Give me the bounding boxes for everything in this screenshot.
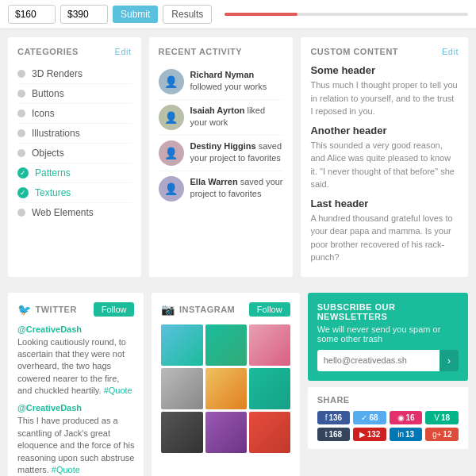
category-item[interactable]: Objects bbox=[17, 144, 132, 163]
share-title: SHARE bbox=[317, 395, 459, 405]
cat-dot bbox=[17, 209, 25, 217]
activity-header: RECENT ACTIVITY bbox=[159, 47, 284, 56]
activity-name: Destiny Higgins bbox=[190, 141, 256, 151]
quote-link[interactable]: #Quote bbox=[52, 465, 80, 474]
price-max-input[interactable]: $390 bbox=[60, 5, 108, 24]
twitter-title-group: 🐦 TWITTER bbox=[17, 303, 77, 316]
instagram-cell[interactable] bbox=[249, 412, 290, 453]
cat-check-icon: ✓ bbox=[17, 167, 29, 178]
cat-label: Icons bbox=[32, 108, 55, 119]
categories-edit-link[interactable]: Edit bbox=[115, 47, 132, 56]
cat-label: Textures bbox=[35, 187, 71, 198]
custom-section-body: Thus much I thought proper to tell you i… bbox=[310, 79, 459, 118]
tweet-handle[interactable]: @CreativeDash bbox=[17, 324, 134, 334]
share-count: 13 bbox=[405, 430, 414, 439]
subscribe-panel: SUBSCRIBE OUR NEWSLETTERS We will never … bbox=[308, 293, 468, 381]
categories-panel: CATEGORIES Edit 3D Renders Buttons Icons… bbox=[8, 37, 141, 277]
subscribe-email-input[interactable] bbox=[317, 350, 440, 371]
share-grid: f 136 ✓ 68 ◉ 16 V 18 t 168 ▶ 132 in 13 g… bbox=[317, 411, 459, 441]
activity-text: Ella Warren saved your project to favori… bbox=[190, 176, 284, 201]
category-item[interactable]: Illustrations bbox=[17, 124, 132, 144]
subscribe-input-row: › bbox=[317, 350, 459, 371]
instagram-icon: 📷 bbox=[161, 303, 175, 316]
instagram-grid bbox=[161, 324, 290, 453]
activity-item: 👤 Isaiah Ayrton liked your work bbox=[159, 100, 284, 136]
category-item[interactable]: ✓ Textures bbox=[17, 183, 132, 203]
tweet-text: This I have produced as a scantling of J… bbox=[17, 415, 134, 476]
activity-item: 👤 Destiny Higgins saved your project to … bbox=[159, 136, 284, 171]
twitter-follow-button[interactable]: Follow bbox=[94, 302, 135, 317]
instagram-cell[interactable] bbox=[249, 368, 290, 409]
results-button[interactable]: Results bbox=[163, 5, 212, 24]
share-instagram-button[interactable]: ◉ 16 bbox=[390, 411, 423, 424]
custom-section-header: Some header bbox=[310, 64, 459, 76]
category-item[interactable]: Web Elements bbox=[17, 203, 132, 222]
share-google-button[interactable]: g+ 12 bbox=[425, 428, 459, 441]
quote-link[interactable]: #Quote bbox=[104, 386, 132, 395]
custom-section-body: This sounded a very good reason, and Ali… bbox=[310, 139, 459, 191]
avatar: 👤 bbox=[159, 176, 184, 202]
instagram-title-group: 📷 INSTAGRAM bbox=[161, 303, 235, 316]
submit-button[interactable]: Submit bbox=[113, 6, 158, 23]
activity-text: Destiny Higgins saved your project to fa… bbox=[190, 140, 284, 165]
activity-panel: RECENT ACTIVITY 👤 Richard Nyman followed… bbox=[149, 37, 294, 277]
cat-label: Patterns bbox=[35, 167, 71, 178]
instagram-cell[interactable] bbox=[205, 368, 247, 409]
linkedin-icon: in bbox=[397, 430, 404, 439]
category-item[interactable]: Icons bbox=[17, 104, 132, 124]
avatar: 👤 bbox=[159, 140, 184, 166]
tumblr-icon: t bbox=[325, 430, 328, 439]
tweet-handle[interactable]: @CreativeDash bbox=[17, 403, 134, 413]
category-item[interactable]: ✓ Patterns bbox=[17, 163, 132, 183]
insta-cam-icon: ◉ bbox=[397, 413, 405, 422]
cat-dot bbox=[17, 149, 25, 157]
youtube-icon: ▶ bbox=[359, 430, 366, 439]
category-item[interactable]: Buttons bbox=[17, 84, 132, 104]
share-facebook-button[interactable]: f 136 bbox=[317, 411, 351, 424]
facebook-icon: f bbox=[325, 413, 328, 422]
category-item[interactable]: 3D Renders bbox=[17, 64, 132, 84]
cat-dot bbox=[17, 129, 25, 137]
cat-label: Buttons bbox=[32, 88, 64, 99]
instagram-cell[interactable] bbox=[161, 412, 202, 453]
instagram-cell[interactable] bbox=[161, 368, 202, 409]
twitter-title: TWITTER bbox=[36, 305, 77, 314]
share-count: 12 bbox=[443, 430, 451, 439]
categories-header: CATEGORIES Edit bbox=[17, 47, 132, 56]
activity-item: 👤 Richard Nyman followed your works bbox=[159, 64, 284, 100]
instagram-cell[interactable] bbox=[205, 412, 247, 453]
subscribe-submit-button[interactable]: › bbox=[440, 350, 459, 371]
custom-content-title: CUSTOM CONTENT bbox=[310, 47, 398, 56]
avatar: 👤 bbox=[159, 69, 184, 94]
instagram-cell[interactable] bbox=[249, 324, 290, 366]
twitter-icon: 🐦 bbox=[17, 303, 32, 316]
instagram-cell[interactable] bbox=[161, 324, 202, 366]
activity-title: RECENT ACTIVITY bbox=[159, 47, 243, 56]
tweet-text: Looking cautiously round, to ascertain t… bbox=[17, 336, 134, 397]
share-count: 136 bbox=[328, 413, 342, 422]
activity-name: Isaiah Ayrton bbox=[190, 106, 245, 115]
activity-text: Isaiah Ayrton liked your work bbox=[190, 105, 284, 129]
cat-label: Web Elements bbox=[32, 207, 94, 218]
twitter-panel: 🐦 TWITTER Follow @CreativeDash Looking c… bbox=[8, 293, 144, 477]
custom-content-panel: CUSTOM CONTENT Edit Some header Thus muc… bbox=[301, 37, 468, 277]
share-twitter-button[interactable]: ✓ 68 bbox=[353, 411, 386, 424]
cat-label: 3D Renders bbox=[32, 68, 83, 79]
row-2: 🐦 TWITTER Follow @CreativeDash Looking c… bbox=[0, 285, 476, 477]
subscribe-title: SUBSCRIBE OUR NEWSLETTERS bbox=[317, 302, 459, 321]
instagram-follow-button[interactable]: Follow bbox=[249, 302, 290, 317]
subscribe-subtitle: We will never send you spam or some othe… bbox=[317, 324, 459, 344]
share-youtube-button[interactable]: ▶ 132 bbox=[353, 428, 386, 441]
twitter-bird-icon: ✓ bbox=[361, 413, 367, 422]
share-tumblr-button[interactable]: t 168 bbox=[317, 428, 351, 441]
share-panel: SHARE f 136 ✓ 68 ◉ 16 V 18 t 168 ▶ 132 i… bbox=[308, 387, 468, 449]
custom-content-edit-link[interactable]: Edit bbox=[442, 47, 459, 56]
share-count: 168 bbox=[328, 430, 342, 439]
share-linkedin-button[interactable]: in 13 bbox=[390, 428, 423, 441]
cat-label: Illustrations bbox=[32, 128, 80, 139]
share-vine-button[interactable]: V 18 bbox=[425, 411, 459, 424]
cat-dot bbox=[17, 90, 25, 98]
activity-text: Richard Nyman followed your works bbox=[190, 69, 284, 94]
instagram-cell[interactable] bbox=[205, 324, 247, 366]
price-min-input[interactable]: $160 bbox=[8, 5, 56, 24]
